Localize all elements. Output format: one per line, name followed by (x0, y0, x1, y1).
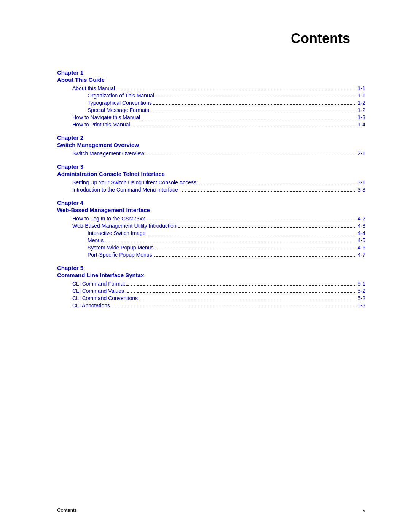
dots (142, 119, 356, 119)
chapter-3-label: Chapter 3 (57, 163, 365, 170)
entry-label: CLI Command Conventions (72, 295, 138, 301)
dots (156, 97, 356, 97)
page-num: 4-2 (358, 216, 365, 222)
chapter-1-title: About This Guide (57, 77, 365, 83)
page-num: 1-2 (358, 100, 365, 106)
page-num: 5-2 (358, 295, 365, 301)
page: Contents Chapter 1 About This Guide Abou… (0, 0, 411, 532)
page-num: 4-3 (358, 223, 365, 229)
dots (178, 227, 356, 228)
page-num: 5-1 (358, 281, 365, 287)
toc-entry: Typographical Conventions 1-2 (57, 100, 365, 106)
page-num: 1-4 (358, 121, 365, 128)
entry-label: System-Wide Popup Menus (88, 244, 154, 251)
chapter-4: Chapter 4 Web-Based Management Interface… (57, 200, 365, 258)
entry-label: Web-Based Management Utility Introductio… (72, 223, 177, 229)
dots (139, 300, 356, 300)
dots (180, 191, 356, 192)
page-title: Contents (57, 30, 365, 46)
toc-entry: Interactive Switch Image 4-4 (57, 230, 365, 236)
page-num: 1-1 (358, 93, 365, 99)
entry-label: CLI Command Format (72, 281, 125, 287)
footer-right: v (363, 507, 366, 513)
dots (147, 235, 356, 235)
dots (198, 184, 356, 184)
entry-label: How to Log In to the GSM73xx (72, 216, 145, 222)
chapter-3: Chapter 3 Administration Console Telnet … (57, 163, 365, 193)
page-num: 1-2 (358, 107, 365, 113)
toc-entry: Menus 4-5 (57, 237, 365, 243)
page-num: 4-6 (358, 244, 365, 251)
chapter-1: Chapter 1 About This Guide About this Ma… (57, 69, 365, 128)
entry-label: Organization of This Manual (88, 93, 154, 99)
entry-label: CLI Annotations (72, 302, 110, 308)
entry-label: Setting Up Your Switch Using Direct Cons… (72, 179, 196, 185)
toc-entry: About this Manual 1-1 (57, 85, 365, 91)
page-num: 4-5 (358, 237, 365, 243)
entry-label: About this Manual (72, 85, 115, 91)
entry-label: Port-Specific Popup Menus (88, 252, 152, 258)
page-num: 5-3 (358, 302, 365, 308)
toc-entry: CLI Command Format 5-1 (57, 281, 365, 287)
page-num: 3-3 (358, 187, 365, 193)
entry-label: How to Print this Manual (72, 121, 130, 128)
chapter-5-title: Command Line Interface Syntax (57, 272, 365, 278)
footer-left: Contents (57, 507, 77, 513)
toc-entry: Switch Management Overview 2-1 (57, 150, 365, 157)
dots (155, 249, 356, 249)
toc-entry: Setting Up Your Switch Using Direct Cons… (57, 179, 365, 185)
chapter-3-title: Administration Console Telnet Interface (57, 171, 365, 177)
page-num: 4-4 (358, 230, 365, 236)
chapter-1-label: Chapter 1 (57, 69, 365, 76)
page-num: 1-3 (358, 114, 365, 120)
toc-entry: Special Message Formats 1-2 (57, 107, 365, 113)
dots (151, 112, 356, 112)
entry-label: CLI Command Values (72, 288, 124, 294)
toc-entry: Organization of This Manual 1-1 (57, 93, 365, 99)
toc-entry: How to Navigate this Manual 1-3 (57, 114, 365, 120)
toc-entry: CLI Command Conventions 5-2 (57, 295, 365, 301)
chapter-2-label: Chapter 2 (57, 134, 365, 141)
chapter-2-title: Switch Management Overview (57, 142, 365, 148)
entry-label: Special Message Formats (88, 107, 149, 113)
dots (147, 220, 356, 220)
dots (116, 90, 356, 90)
toc-entry: Port-Specific Popup Menus 4-7 (57, 252, 365, 258)
toc-entry: CLI Annotations 5-3 (57, 302, 365, 308)
entry-label: Introduction to the Command Menu Interfa… (72, 187, 178, 193)
page-num: 2-1 (358, 150, 365, 157)
entry-label: How to Navigate this Manual (72, 114, 140, 120)
dots (153, 104, 356, 105)
entry-label: Menus (88, 237, 104, 243)
dots (146, 155, 356, 155)
toc-entry: System-Wide Popup Menus 4-6 (57, 244, 365, 251)
dots (126, 285, 356, 286)
toc-entry: CLI Command Values 5-2 (57, 288, 365, 294)
chapter-2: Chapter 2 Switch Management Overview Swi… (57, 134, 365, 157)
toc-entry: Introduction to the Command Menu Interfa… (57, 187, 365, 193)
dots (132, 126, 356, 126)
dots (112, 307, 356, 307)
chapter-5: Chapter 5 Command Line Interface Syntax … (57, 265, 365, 308)
chapter-4-label: Chapter 4 (57, 200, 365, 206)
page-num: 1-1 (358, 85, 365, 91)
page-num: 3-1 (358, 179, 365, 185)
toc-entry: How to Print this Manual 1-4 (57, 121, 365, 128)
entry-label: Interactive Switch Image (88, 230, 146, 236)
entry-label: Typographical Conventions (88, 100, 152, 106)
chapter-4-title: Web-Based Management Interface (57, 207, 365, 213)
dots (105, 242, 356, 242)
chapter-5-label: Chapter 5 (57, 265, 365, 271)
toc-entry: How to Log In to the GSM73xx 4-2 (57, 216, 365, 222)
toc-entry: Web-Based Management Utility Introductio… (57, 223, 365, 229)
page-num: 4-7 (358, 252, 365, 258)
dots (126, 292, 356, 293)
dots (154, 256, 356, 257)
footer: Contents v (57, 507, 365, 513)
toc-container: Chapter 1 About This Guide About this Ma… (57, 69, 365, 308)
page-num: 5-2 (358, 288, 365, 294)
entry-label: Switch Management Overview (72, 150, 144, 157)
